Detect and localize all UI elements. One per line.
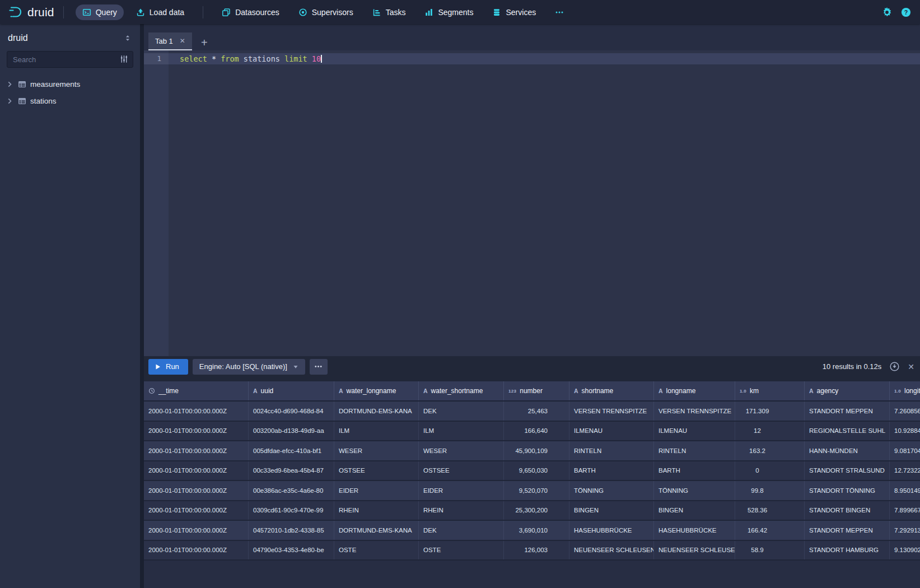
table-cell[interactable]: 12 (735, 422, 805, 441)
table-cell[interactable]: 00e386ac-e35c-4a6e-80 (249, 481, 334, 500)
run-button[interactable]: Run (148, 359, 188, 375)
table-cell[interactable]: EIDER (334, 481, 419, 500)
nav-item-query[interactable]: Query (76, 4, 124, 20)
table-cell[interactable]: TÖNNING (654, 481, 735, 500)
nav-item-supervisors[interactable]: Supervisors (292, 4, 360, 20)
table-cell[interactable]: STANDORT HAMBURG (805, 541, 890, 560)
column-header-number[interactable]: 123number (504, 381, 569, 400)
table-cell[interactable]: 12.723226 (890, 461, 920, 480)
table-cell[interactable]: ILM (334, 422, 419, 441)
table-cell[interactable]: 2000-01-01T00:00:00.000Z (144, 402, 249, 421)
table-cell[interactable]: 8.950149 (890, 481, 920, 500)
chevron-right-icon[interactable] (6, 80, 14, 88)
table-cell[interactable]: 2000-01-01T00:00:00.000Z (144, 441, 249, 460)
table-cell[interactable]: REGIONALSTELLE SUHL (805, 422, 890, 441)
table-cell[interactable]: 04572010-1db2-4338-85 (249, 521, 334, 540)
table-cell[interactable]: TÖNNING (569, 481, 654, 500)
gear-icon[interactable] (882, 7, 892, 17)
table-cell[interactable]: DORTMUND-EMS-KANA (334, 521, 419, 540)
table-cell[interactable]: STANDORT MEPPEN (805, 521, 890, 540)
table-cell[interactable]: VERSEN TRENNSPITZE (654, 402, 735, 421)
column-header-uuid[interactable]: Auuid (249, 381, 334, 400)
run-more-button[interactable] (310, 359, 328, 375)
table-cell[interactable]: 7.292913 (890, 521, 920, 540)
filter-sliders-icon[interactable] (119, 54, 129, 64)
download-icon[interactable] (890, 362, 899, 371)
table-cell[interactable]: WESER (419, 441, 504, 460)
sidebar-table-measurements[interactable]: measurements (0, 76, 140, 92)
table-cell[interactable]: STANDORT MEPPEN (805, 402, 890, 421)
table-cell[interactable]: 2000-01-01T00:00:00.000Z (144, 541, 249, 560)
table-cell[interactable]: OSTE (419, 541, 504, 560)
table-cell[interactable]: DEK (419, 402, 504, 421)
table-cell[interactable]: 2000-01-01T00:00:00.000Z (144, 461, 249, 480)
table-cell[interactable]: HASEHUBBRÜCKE (654, 521, 735, 540)
table-cell[interactable]: RHEIN (334, 501, 419, 520)
table-cell[interactable]: 9,650,030 (504, 461, 569, 480)
new-tab-button[interactable]: + (201, 37, 208, 48)
table-cell[interactable]: 45,900,109 (504, 441, 569, 460)
tab-tab-1[interactable]: Tab 1 ✕ (148, 32, 192, 50)
table-cell[interactable]: 2000-01-01T00:00:00.000Z (144, 521, 249, 540)
close-results-icon[interactable]: ✕ (908, 362, 914, 371)
table-cell[interactable]: 00c33ed9-6bea-45b4-87 (249, 461, 334, 480)
table-cell[interactable]: 126,003 (504, 541, 569, 560)
table-cell[interactable]: 10.928843 (890, 422, 920, 441)
table-cell[interactable]: STANDORT STRALSUND (805, 461, 890, 480)
table-cell[interactable]: 9,520,070 (504, 481, 569, 500)
column-header-water_longname[interactable]: Awater_longname (334, 381, 419, 400)
table-cell[interactable]: RHEIN (419, 501, 504, 520)
table-cell[interactable]: OSTE (334, 541, 419, 560)
sidebar-table-stations[interactable]: stations (0, 92, 140, 109)
table-cell[interactable]: HASEHUBBRÜCKE (569, 521, 654, 540)
nav-item-load-data[interactable]: Load data (129, 4, 191, 20)
table-cell[interactable]: BINGEN (569, 501, 654, 520)
chevron-right-icon[interactable] (6, 97, 14, 105)
search-input[interactable] (7, 51, 133, 68)
table-cell[interactable]: 7.899667 (890, 501, 920, 520)
column-header-km[interactable]: 1.0km (735, 381, 805, 400)
table-cell[interactable]: RINTELN (654, 441, 735, 460)
table-cell[interactable]: ILMENAU (569, 422, 654, 441)
column-header-time[interactable]: __time (144, 381, 249, 400)
table-cell[interactable]: 9.081704 (890, 441, 920, 460)
table-cell[interactable]: 0 (735, 461, 805, 480)
table-cell[interactable]: ILM (419, 422, 504, 441)
table-cell[interactable]: 0024cc40-d690-468d-84 (249, 402, 334, 421)
table-cell[interactable]: 163.2 (735, 441, 805, 460)
table-cell[interactable]: 166,640 (504, 422, 569, 441)
table-cell[interactable]: NEUENSEER SCHLEUSEN (569, 541, 654, 560)
table-cell[interactable]: WESER (334, 441, 419, 460)
column-header-agency[interactable]: Aagency (805, 381, 890, 400)
table-cell[interactable]: 3,690,010 (504, 521, 569, 540)
table-cell[interactable]: ILMENAU (654, 422, 735, 441)
table-cell[interactable]: STANDORT BINGEN (805, 501, 890, 520)
table-cell[interactable]: OSTSEE (419, 461, 504, 480)
table-cell[interactable]: BARTH (654, 461, 735, 480)
table-cell[interactable]: DORTMUND-EMS-KANA (334, 402, 419, 421)
table-cell[interactable]: 25,463 (504, 402, 569, 421)
table-cell[interactable]: 528.36 (735, 501, 805, 520)
table-cell[interactable]: 58.9 (735, 541, 805, 560)
table-cell[interactable]: NEUENSEER SCHLEUSEN (654, 541, 735, 560)
table-cell[interactable]: 005dfdae-efcc-410a-bf1 (249, 441, 334, 460)
table-cell[interactable]: 2000-01-01T00:00:00.000Z (144, 481, 249, 500)
table-cell[interactable]: EIDER (419, 481, 504, 500)
nav-item-services[interactable]: Services (485, 4, 543, 20)
table-cell[interactable]: 166.42 (735, 521, 805, 540)
table-cell[interactable]: 04790e03-4353-4e80-be (249, 541, 334, 560)
table-cell[interactable]: 003200ab-d138-49d9-aa (249, 422, 334, 441)
table-cell[interactable]: 9.130902 (890, 541, 920, 560)
nav-item-tasks[interactable]: Tasks (366, 4, 413, 20)
table-cell[interactable]: 171.309 (735, 402, 805, 421)
column-header-longitude[interactable]: 1.0longitude (890, 381, 920, 400)
table-cell[interactable]: 99.8 (735, 481, 805, 500)
table-cell[interactable]: 2000-01-01T00:00:00.000Z (144, 501, 249, 520)
table-cell[interactable]: BINGEN (654, 501, 735, 520)
table-cell[interactable]: 2000-01-01T00:00:00.000Z (144, 422, 249, 441)
table-cell[interactable]: HANN-MÜNDEN (805, 441, 890, 460)
column-header-shortname[interactable]: Ashortname (569, 381, 654, 400)
druid-logo[interactable]: druid (8, 5, 54, 20)
table-cell[interactable]: OSTSEE (334, 461, 419, 480)
table-cell[interactable]: VERSEN TRENNSPITZE (569, 402, 654, 421)
